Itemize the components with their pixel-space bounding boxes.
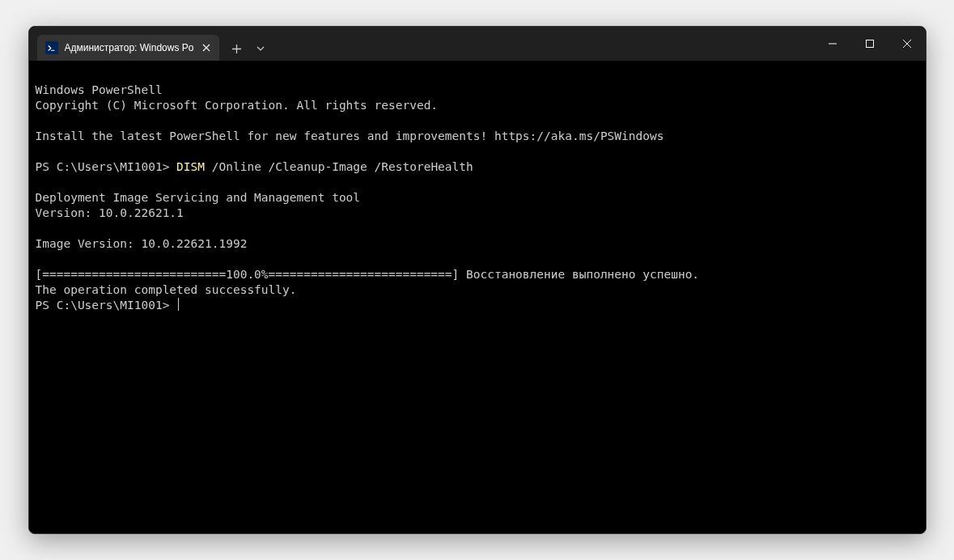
svg-rect-0 xyxy=(866,40,873,48)
terminal-window: Администратор: Windows Po xyxy=(28,26,926,534)
minimize-button[interactable] xyxy=(814,27,851,61)
tab-dropdown-button[interactable] xyxy=(248,36,273,61)
powershell-icon xyxy=(45,41,58,54)
dism-command: DISM xyxy=(176,160,205,173)
tab-title: Администратор: Windows Po xyxy=(65,42,194,53)
close-button[interactable] xyxy=(888,27,926,61)
command-line-1: PS C:\Users\MI1001> DISM /Online /Cleanu… xyxy=(36,160,473,173)
progress-bar-line: [==========================100.0%=======… xyxy=(36,268,700,281)
completed-message: The operation completed successfully. xyxy=(36,283,297,296)
copyright-line: Copyright (C) Microsoft Corporation. All… xyxy=(36,99,439,112)
maximize-button[interactable] xyxy=(851,27,888,61)
dism-tool-title: Deployment Image Servicing and Managemen… xyxy=(36,191,361,204)
command-line-2: PS C:\Users\MI1001> xyxy=(36,299,180,312)
cursor xyxy=(178,298,179,311)
prompt: PS C:\Users\MI1001> xyxy=(36,160,177,173)
tab-controls xyxy=(224,36,273,61)
new-tab-button[interactable] xyxy=(224,36,248,61)
image-version: Image Version: 10.0.22621.1992 xyxy=(36,237,248,250)
shell-header: Windows PowerShell xyxy=(36,83,163,96)
window-controls xyxy=(814,27,926,61)
prompt: PS C:\Users\MI1001> xyxy=(36,299,177,312)
tab-powershell[interactable]: Администратор: Windows Po xyxy=(37,35,220,61)
tab-strip: Администратор: Windows Po xyxy=(29,27,814,61)
dism-args: /Online /Cleanup-Image /RestoreHealth xyxy=(205,160,473,173)
titlebar[interactable]: Администратор: Windows Po xyxy=(29,27,926,61)
dism-version: Version: 10.0.22621.1 xyxy=(36,206,184,219)
install-message: Install the latest PowerShell for new fe… xyxy=(36,129,664,142)
tab-close-button[interactable] xyxy=(200,41,213,54)
terminal-body[interactable]: Windows PowerShell Copyright (C) Microso… xyxy=(29,61,926,533)
